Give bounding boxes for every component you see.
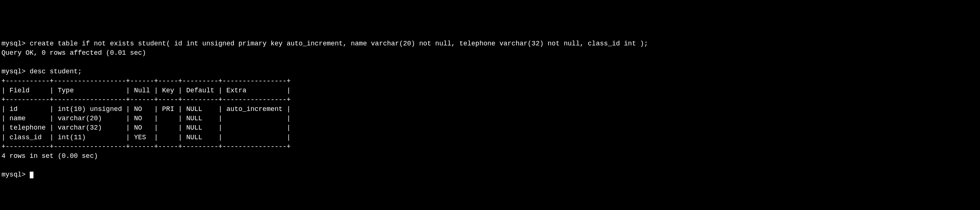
rows-in-set-result: 4 rows in set (0.00 sec) <box>2 152 98 160</box>
create-table-result: Query OK, 0 rows affected (0.01 sec) <box>2 49 146 56</box>
table-row: | telephone | varchar(32) | NO | | NULL … <box>2 124 291 131</box>
terminal-output[interactable]: mysql> create table if not exists studen… <box>2 39 978 180</box>
mysql-prompt: mysql> <box>2 171 25 178</box>
table-header: | Field | Type | Null | Key | Default | … <box>2 87 291 94</box>
table-row: | id | int(10) unsigned | NO | PRI | NUL… <box>2 105 291 113</box>
table-row: | name | varchar(20) | NO | | NULL | | <box>2 115 291 122</box>
cursor-icon[interactable] <box>30 172 33 178</box>
table-border: +-----------+------------------+------+-… <box>2 77 291 85</box>
table-row: | class_id | int(11) | YES | | NULL | | <box>2 134 291 141</box>
table-border: +-----------+------------------+------+-… <box>2 96 291 104</box>
desc-command: desc student; <box>30 68 82 75</box>
mysql-prompt: mysql> <box>2 40 25 47</box>
create-table-command: create table if not exists student( id i… <box>30 40 648 47</box>
table-border: +-----------+------------------+------+-… <box>2 143 291 151</box>
mysql-prompt: mysql> <box>2 68 25 75</box>
